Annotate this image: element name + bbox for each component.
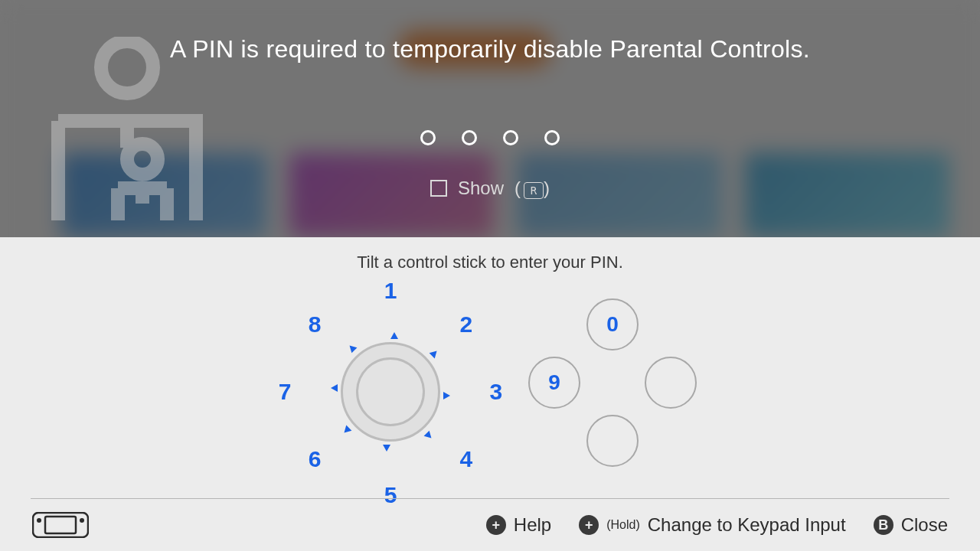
b-button-icon: B	[874, 515, 893, 535]
help-button[interactable]: + Help	[486, 514, 551, 536]
pin-dot	[503, 130, 518, 145]
face-button-top[interactable]: 0	[586, 298, 639, 350]
dial-4: 4	[459, 446, 472, 472]
dial-2: 2	[459, 311, 472, 337]
dial-8: 8	[309, 311, 322, 337]
svg-point-1	[127, 144, 158, 174]
svg-point-5	[80, 518, 84, 523]
face-button-right[interactable]	[645, 357, 697, 409]
stick-ring-icon	[341, 342, 440, 442]
face-button-left[interactable]: 9	[528, 357, 580, 409]
control-stick-dial[interactable]: 1 2 3 4 5 6 7 8	[291, 292, 490, 491]
face-button-bottom[interactable]	[586, 415, 639, 467]
pin-dot	[420, 130, 436, 145]
instruction-text: Tilt a control stick to enter your PIN.	[0, 253, 980, 272]
show-pin-toggle[interactable]: Show (R)	[0, 178, 980, 199]
help-label: Help	[514, 514, 551, 536]
r-button-icon: R	[524, 182, 544, 199]
pin-prompt-title: A PIN is required to temporarily disable…	[0, 35, 980, 64]
change-to-keypad-button[interactable]: + (Hold) Change to Keypad Input	[579, 514, 845, 536]
footer-bar: + Help + (Hold) Change to Keypad Input B…	[0, 499, 980, 551]
svg-rect-3	[45, 517, 76, 533]
close-button[interactable]: B Close	[874, 514, 948, 536]
pin-dot	[462, 130, 477, 145]
dial-7: 7	[279, 379, 292, 405]
dial-3: 3	[489, 379, 502, 405]
dial-1: 1	[384, 278, 397, 304]
pin-dots	[0, 130, 980, 145]
plus-icon: +	[579, 515, 599, 535]
show-label: Show	[458, 178, 504, 199]
face-button-cluster: 0 9	[521, 298, 704, 482]
plus-icon: +	[486, 515, 506, 535]
checkbox-icon	[430, 180, 447, 197]
controller-icon	[32, 512, 89, 538]
svg-point-4	[37, 518, 41, 523]
hold-prefix: (Hold)	[606, 518, 640, 532]
change-label: Change to Keypad Input	[648, 514, 846, 536]
close-label: Close	[901, 514, 948, 536]
pin-dot	[544, 130, 560, 145]
dial-6: 6	[309, 446, 322, 472]
